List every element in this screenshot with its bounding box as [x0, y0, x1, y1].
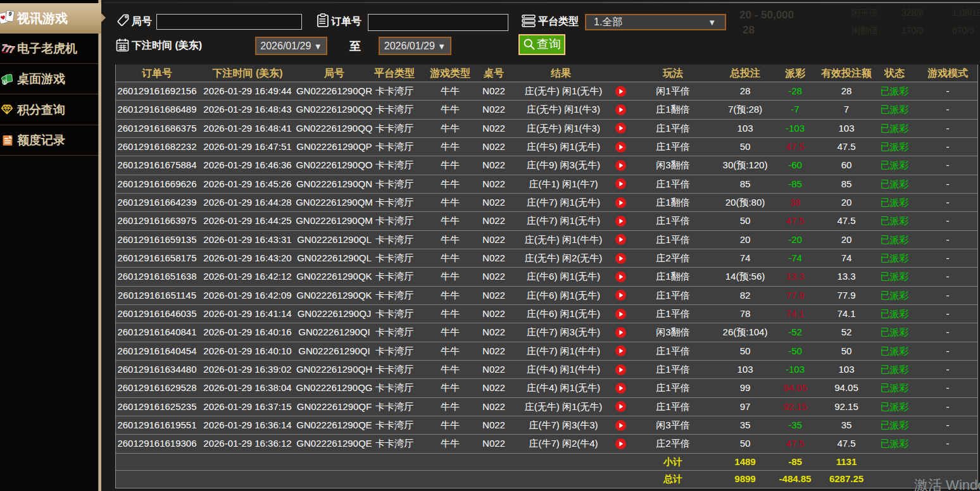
- svg-text:$: $: [4, 80, 6, 85]
